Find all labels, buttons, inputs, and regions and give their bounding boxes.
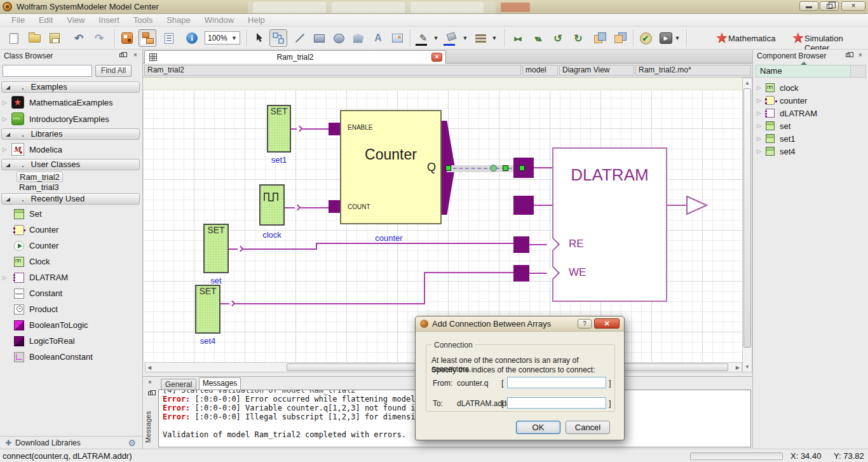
expand-arrow-icon[interactable]: ▷ bbox=[757, 135, 764, 142]
class-search-input[interactable] bbox=[3, 65, 92, 77]
menu-item[interactable]: View bbox=[60, 15, 91, 25]
line-color-button[interactable]: ✎ bbox=[414, 29, 432, 47]
class-browser-row[interactable]: ▷ Ram_trial2 bbox=[0, 172, 142, 182]
dlatram-data-connector[interactable] bbox=[513, 196, 534, 215]
dialog-close-icon[interactable]: ✕ bbox=[594, 318, 620, 329]
vertical-scroll-thumb[interactable] bbox=[743, 88, 751, 348]
menu-item[interactable]: File bbox=[5, 15, 31, 25]
from-index-input[interactable] bbox=[507, 377, 606, 388]
open-file-button[interactable] bbox=[25, 29, 43, 47]
component-row[interactable]: ▷ set bbox=[754, 119, 867, 132]
line-tool-button[interactable] bbox=[291, 29, 309, 47]
dlatram-re-connector[interactable] bbox=[513, 236, 529, 253]
new-file-button[interactable] bbox=[5, 29, 23, 47]
expand-arrow-icon[interactable]: ▷ bbox=[757, 148, 764, 154]
class-browser-row[interactable]: ▷ MathematicaExamples bbox=[0, 94, 142, 111]
tab-close-icon[interactable]: × bbox=[431, 53, 442, 62]
class-browser-row[interactable]: ▷ BooleanToLogic bbox=[0, 317, 142, 333]
simulate-button[interactable]: ▶ bbox=[657, 29, 675, 47]
close-panel-icon[interactable]: × bbox=[146, 379, 154, 386]
class-browser-row[interactable]: ▷ IntroductoryExamples bbox=[0, 111, 142, 127]
expand-arrow-icon[interactable]: ▷ bbox=[3, 275, 10, 281]
component-row[interactable]: ▷ clock bbox=[754, 81, 867, 94]
class-browser-row[interactable]: ▷ Recently Used bbox=[1, 193, 140, 205]
gear-icon[interactable]: ⚙ bbox=[128, 438, 136, 448]
count-connector[interactable] bbox=[329, 200, 341, 213]
class-browser-row[interactable]: ▷ Product bbox=[0, 301, 142, 317]
icon-view-button[interactable] bbox=[118, 29, 136, 47]
class-browser-row[interactable]: ▷ LogicToReal bbox=[0, 333, 142, 349]
menu-item[interactable]: Edit bbox=[32, 15, 59, 25]
dlatram-we-connector[interactable] bbox=[513, 265, 529, 282]
float-panel-button[interactable] bbox=[146, 390, 154, 397]
class-browser-row[interactable]: ▷ BooleanConstant bbox=[0, 349, 142, 365]
close-panel-icon[interactable]: × bbox=[856, 51, 865, 59]
wire-set4-we[interactable] bbox=[424, 272, 513, 273]
connection-handle[interactable] bbox=[445, 165, 451, 171]
enable-connector[interactable] bbox=[329, 123, 341, 135]
rotate-left-button[interactable]: ↺ bbox=[549, 29, 567, 47]
restore-button[interactable] bbox=[820, 1, 839, 11]
set4-block[interactable]: SET bbox=[195, 285, 220, 334]
zoom-select[interactable]: 100%▼ bbox=[205, 31, 240, 44]
messages-tab[interactable]: Messages bbox=[199, 377, 241, 390]
wire-set-re[interactable] bbox=[316, 243, 513, 244]
class-browser-row[interactable]: ▷ Modelica bbox=[0, 141, 142, 158]
clock-block[interactable] bbox=[259, 184, 285, 226]
scroll-down-icon[interactable]: ▼ bbox=[743, 364, 752, 370]
fill-color-button[interactable] bbox=[442, 29, 460, 47]
expand-arrow-icon[interactable]: ▷ bbox=[3, 146, 10, 153]
expand-arrow-icon[interactable]: ▷ bbox=[3, 99, 10, 105]
menu-item[interactable]: Shape bbox=[160, 15, 197, 25]
component-row[interactable]: ▷ counter bbox=[754, 94, 867, 107]
connection-midpoint-handle[interactable] bbox=[490, 165, 497, 172]
messages-side-tab[interactable]: Messages bbox=[144, 405, 154, 443]
simulate-dropdown[interactable]: ▼ bbox=[674, 29, 681, 47]
class-browser-row[interactable]: ▷ Ram_trial3 bbox=[0, 182, 142, 192]
image-tool-button[interactable] bbox=[388, 29, 406, 47]
class-browser-row[interactable]: ▷ Constant bbox=[0, 285, 142, 301]
rotate-right-button[interactable]: ↻ bbox=[569, 29, 587, 47]
to-index-input[interactable] bbox=[507, 397, 606, 409]
component-row[interactable]: ▷ set1 bbox=[754, 132, 867, 145]
diagram-view-button[interactable] bbox=[139, 29, 156, 47]
menu-item[interactable]: Tools bbox=[127, 15, 159, 25]
float-panel-button[interactable] bbox=[117, 51, 126, 59]
class-browser-row[interactable]: ▷ Examples bbox=[1, 81, 140, 93]
scroll-up-icon[interactable]: ▲ bbox=[743, 80, 752, 86]
class-browser-row[interactable]: ▷ DLATRAM bbox=[0, 269, 142, 285]
expand-arrow-icon[interactable]: ▷ bbox=[757, 123, 764, 129]
close-button[interactable]: × bbox=[841, 1, 865, 11]
name-column-header[interactable]: Name bbox=[756, 65, 851, 78]
dialog-title-bar[interactable]: Add Connection Between Arrays ? ✕ bbox=[416, 316, 624, 332]
undo-button[interactable]: ↶ bbox=[70, 29, 88, 47]
polygon-tool-button[interactable] bbox=[349, 29, 367, 47]
flip-horizontal-button[interactable]: ▸◂ bbox=[508, 29, 526, 47]
vertical-scrollbar[interactable]: ▲ ▼ bbox=[742, 78, 752, 372]
download-libraries-row[interactable]: ✚ Download Libraries ⚙ bbox=[0, 436, 143, 449]
class-browser-row[interactable]: ▷ Libraries bbox=[1, 128, 140, 140]
find-all-button[interactable]: Find All bbox=[95, 65, 132, 77]
scroll-left-icon[interactable]: ◀ bbox=[147, 365, 151, 370]
expand-arrow-icon[interactable]: ▷ bbox=[3, 116, 10, 122]
text-view-button[interactable] bbox=[160, 29, 178, 47]
wire-clock-count[interactable] bbox=[285, 207, 329, 208]
expand-arrow-icon[interactable]: ▷ bbox=[757, 110, 764, 116]
class-browser-row[interactable]: ▷ Set bbox=[0, 206, 142, 222]
menu-item[interactable]: Window bbox=[198, 15, 240, 25]
flip-vertical-button[interactable]: ▾▴ bbox=[529, 29, 546, 47]
float-panel-button[interactable] bbox=[843, 51, 852, 59]
line-color-dropdown[interactable]: ▼ bbox=[432, 29, 440, 47]
line-style-button[interactable] bbox=[471, 29, 489, 47]
pointer-tool-button[interactable] bbox=[250, 29, 268, 47]
ellipse-tool-button[interactable] bbox=[330, 29, 348, 47]
class-browser-row[interactable]: ▷ User Classes bbox=[1, 159, 140, 170]
rectangle-tool-button[interactable] bbox=[310, 29, 328, 47]
text-tool-button[interactable]: A bbox=[369, 29, 387, 47]
ok-button[interactable]: OK bbox=[516, 421, 560, 434]
expand-arrow-icon[interactable]: ▷ bbox=[757, 85, 764, 91]
document-tab[interactable]: Ram_trial2 × bbox=[144, 50, 446, 64]
expand-arrow-icon[interactable]: ▷ bbox=[757, 97, 764, 104]
documentation-button[interactable]: i bbox=[183, 29, 201, 47]
wire-set4-we[interactable] bbox=[220, 303, 425, 304]
